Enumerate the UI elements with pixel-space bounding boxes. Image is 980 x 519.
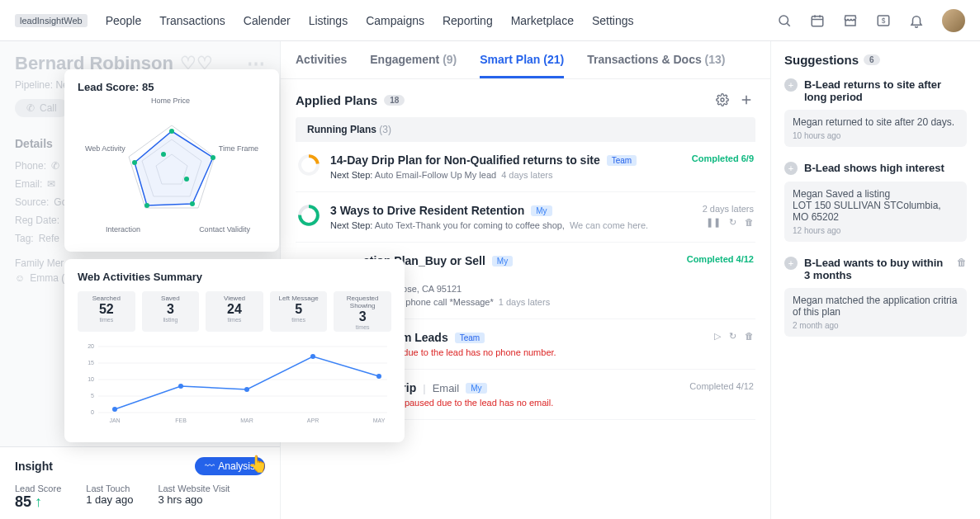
bell-icon[interactable] (909, 13, 924, 28)
history-icon[interactable]: ↻ (729, 331, 736, 342)
suggestion-item: +B-Lead shows high interestMegan Saved a… (784, 162, 967, 242)
top-nav: leadInsightWeb People Transactions Calen… (0, 0, 980, 41)
play-icon[interactable]: ▷ (714, 331, 721, 342)
suggestions-heading: Suggestions (784, 53, 859, 67)
radar-chart (85, 97, 258, 237)
phone-icon: ✆ (26, 102, 35, 114)
svg-point-15 (144, 203, 149, 208)
nav-listings[interactable]: Listings (309, 14, 348, 27)
trash-icon[interactable]: 🗑 (745, 217, 754, 228)
calendar-icon[interactable] (810, 13, 825, 28)
nav-reporting[interactable]: Reporting (443, 14, 493, 27)
nav-campaigns[interactable]: Campaigns (366, 14, 424, 27)
nav-people[interactable]: People (106, 14, 142, 27)
svg-text:20: 20 (88, 343, 94, 349)
svg-text:MAY: MAY (373, 418, 386, 423)
chart-icon: 〰 (205, 460, 215, 472)
svg-text:MAR: MAR (240, 418, 253, 423)
suggestion-item: +B-Lead wants to buy within 3 months🗑Meg… (784, 257, 967, 337)
plan-row[interactable]: 3 Ways to Drive Resident Retention MyNex… (296, 192, 755, 243)
insight-heading: Insight (15, 460, 53, 473)
gear-icon[interactable] (714, 92, 731, 108)
user-avatar[interactable] (942, 9, 965, 32)
arrow-up-icon: ↑ (35, 493, 42, 511)
svg-point-16 (132, 160, 137, 165)
plus-icon[interactable] (737, 91, 755, 109)
svg-point-29 (112, 407, 117, 412)
stat-last-touch: Last Touch1 day ago (86, 484, 133, 511)
web-activities-popover: Web Activities Summary Searched52timesSa… (64, 259, 405, 442)
add-suggestion-icon[interactable]: + (784, 257, 798, 270)
svg-point-12 (169, 129, 174, 134)
svg-point-30 (178, 384, 183, 389)
web-activity-stat: Saved3listing (142, 291, 200, 332)
svg-text:5: 5 (91, 393, 94, 399)
svg-rect-2 (812, 16, 823, 26)
plan-row[interactable]: 14-Day Drip Plan for Non-Qualified retur… (296, 142, 755, 192)
web-activities-title: Web Activities Summary (78, 271, 391, 283)
tab-smart-plan[interactable]: Smart Plan (21) (480, 53, 564, 78)
mail-icon: ✉ (47, 178, 55, 190)
web-activity-stat: Left Message5times (270, 291, 328, 332)
svg-text:JAN: JAN (109, 418, 120, 423)
nav-marketplace[interactable]: Marketplace (511, 14, 574, 27)
insight-panel: Insight 〰Analysis Lead Score85↑ Last Tou… (0, 446, 280, 519)
svg-line-1 (787, 23, 789, 26)
pause-icon[interactable]: ❚❚ (706, 217, 721, 228)
svg-point-0 (779, 16, 788, 25)
svg-point-18 (184, 177, 189, 182)
brand-badge: leadInsightWeb (15, 14, 88, 27)
cursor-icon: 👆 (248, 454, 268, 474)
svg-point-14 (190, 201, 195, 206)
svg-text:APR: APR (307, 418, 319, 423)
suggestions-panel: Suggestions 6 +B-Lead returns to site af… (771, 41, 980, 519)
suggestion-item: +B-Lead returns to site after long perio… (784, 78, 967, 147)
running-plans-header: Running Plans (3) (296, 117, 755, 142)
trash-icon[interactable]: 🗑 (957, 257, 967, 268)
svg-text:15: 15 (88, 360, 94, 366)
dollar-icon[interactable]: $ (876, 13, 891, 28)
svg-point-17 (161, 152, 166, 157)
svg-text:0: 0 (91, 409, 94, 415)
nav-transactions[interactable]: Transactions (159, 14, 225, 27)
web-activity-stat: Searched52times (78, 291, 135, 332)
svg-point-32 (310, 354, 315, 359)
add-suggestion-icon[interactable]: + (784, 162, 798, 175)
svg-text:FEB: FEB (175, 418, 187, 423)
lead-score-popover: Lead Score: 85 (64, 69, 279, 252)
call-button[interactable]: ✆Call (15, 99, 69, 117)
svg-text:10: 10 (88, 376, 94, 382)
nav-settings[interactable]: Settings (592, 14, 634, 27)
web-activity-stat: Requested Showing3times (334, 291, 391, 332)
web-activities-chart: 05101520 JANFEBMARAPRMAY (78, 338, 391, 429)
svg-marker-11 (135, 131, 213, 205)
phone-icon: ✆ (51, 160, 59, 172)
add-suggestion-icon[interactable]: + (784, 78, 798, 92)
person-icon: ☺ (15, 272, 25, 284)
history-icon[interactable]: ↻ (729, 217, 736, 228)
svg-point-31 (244, 387, 249, 392)
svg-point-33 (376, 374, 381, 379)
tab-engagement[interactable]: Engagement (9) (370, 53, 457, 78)
trash-icon[interactable]: 🗑 (745, 331, 754, 342)
tab-activities[interactable]: Activities (296, 53, 347, 78)
web-activity-stat: Viewed24times (206, 291, 263, 332)
applied-count-badge: 18 (384, 95, 405, 106)
tab-transactions-docs[interactable]: Transactions & Docs (13) (587, 53, 725, 78)
svg-text:$: $ (882, 17, 886, 25)
stat-last-visit: Last Website Visit3 hrs ago (158, 484, 230, 511)
svg-point-39 (721, 98, 724, 101)
suggestions-count-badge: 6 (864, 54, 880, 65)
stat-lead-score: Lead Score85↑ (15, 484, 61, 511)
left-sidebar: Bernard Robinson♡♡⋯ Pipeline: Ne ✆Call D… (0, 41, 281, 519)
svg-point-13 (211, 155, 215, 160)
tabs: Activities Engagement (9) Smart Plan (21… (281, 41, 770, 79)
nav-calendar[interactable]: Calender (244, 14, 291, 27)
applied-plans-heading: Applied Plans (296, 93, 377, 107)
store-icon[interactable] (843, 13, 858, 28)
lead-score-title: Lead Score: 85 (78, 81, 266, 93)
search-icon[interactable] (777, 13, 792, 28)
